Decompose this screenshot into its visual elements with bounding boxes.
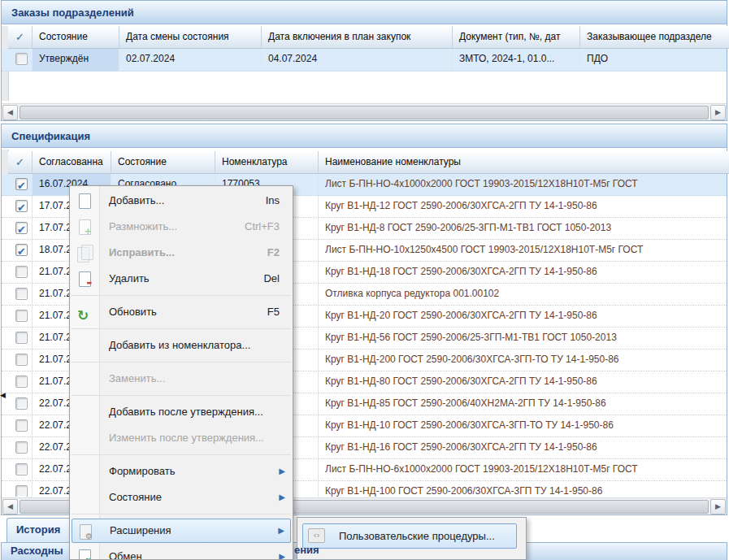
orders-table-row[interactable]: Утверждён02.07.202404.07.2024ЗМТО, 2024-…	[2, 49, 727, 72]
menu-separator	[70, 358, 293, 366]
row-checkbox[interactable]	[15, 266, 28, 278]
row-checkbox-cell	[8, 240, 33, 261]
submenu-arrow-icon: ▶	[278, 519, 284, 542]
row-checkbox[interactable]	[15, 178, 28, 190]
orders-panel-title: Заказы подразделений	[2, 1, 727, 24]
orders-column-header[interactable]: Документ (тип, №, дат	[453, 26, 580, 49]
spec-cell: Круг В1-НД-20 ГОСТ 2590-2006/30ХГСА-2ГП …	[319, 306, 727, 327]
orders-panel: Заказы подразделений ✓СостояниеДата смен…	[1, 0, 727, 121]
menu-item[interactable]: Добавить из номенклатора...	[70, 332, 293, 358]
spec-column-header[interactable]: Наименование номенклатуры	[319, 151, 729, 174]
row-checkbox-cell	[8, 437, 33, 458]
spec-column-header[interactable]: Согласованна	[33, 151, 111, 174]
spec-cell: Круг В1-НД-16 ГОСТ 2590-2006/30ХГСА-2ГП …	[319, 437, 727, 458]
orders-column-header[interactable]: Заказывающее подразделе	[580, 26, 729, 49]
spec-column-header[interactable]: Состояние	[111, 151, 215, 174]
row-checkbox[interactable]	[15, 485, 28, 497]
bottom-panel-title-right: ения	[294, 544, 319, 556]
menu-item-label: Размножить...	[109, 220, 177, 232]
row-checkbox-cell	[8, 306, 33, 327]
context-menu: Добавить...Ins+Размножить...Ctrl+F3Испра…	[69, 185, 293, 560]
menu-item: Изменить после утверждения...	[70, 425, 293, 451]
row-checkbox[interactable]	[15, 53, 28, 65]
row-checkbox[interactable]	[15, 463, 28, 475]
row-checkbox[interactable]	[15, 332, 28, 344]
orders-rows: Утверждён02.07.202404.07.2024ЗМТО, 2024-…	[2, 49, 727, 72]
splitter-collapse-icon[interactable]: ◀	[0, 391, 7, 399]
menu-item-label: Обмен	[109, 550, 142, 560]
orders-column-header[interactable]: ✓	[8, 26, 33, 49]
orders-column-header[interactable]: Дата включения в план закупок	[262, 26, 453, 49]
row-checkbox-cell	[8, 196, 33, 217]
menu-item[interactable]: Формировать▶	[70, 458, 293, 484]
spec-cell: Круг В1-НД-200 ГОСТ 2590-2006/30ХГСА-3ГП…	[319, 349, 727, 371]
menu-item-label: Исправить...	[109, 246, 175, 258]
row-checkbox[interactable]	[15, 288, 28, 300]
spec-column-header[interactable]: ✓	[8, 151, 33, 174]
menu-item[interactable]: ⇅Обмен▶	[70, 544, 293, 560]
app-window: Заказы подразделений ✓СостояниеДата смен…	[0, 0, 729, 560]
menu-item-label: Удалить	[109, 272, 150, 284]
menu-item-label: Обновить	[109, 306, 157, 318]
row-checkbox[interactable]	[15, 376, 28, 388]
menu-item-label: Добавить из номенклатора...	[109, 339, 250, 351]
checkmark-header-icon: ✓	[15, 156, 24, 168]
row-checkbox-cell	[8, 459, 33, 480]
row-checkbox[interactable]	[15, 222, 28, 234]
row-checkbox-cell	[8, 262, 33, 283]
row-checkbox[interactable]	[15, 419, 28, 432]
menu-item-label: Состояние	[109, 491, 162, 503]
submenu-arrow-icon: ▶	[279, 484, 285, 510]
exchange-icon: ⇅	[76, 549, 93, 560]
spec-cell: Круг В1-НД-10 ГОСТ 2590-2006/30ХГСА-3ГП-…	[319, 415, 727, 436]
menu-item: +Размножить...Ctrl+F3	[70, 214, 293, 240]
spec-column-header[interactable]: Номенклатура	[215, 151, 319, 174]
bottom-panel-title-left: Расходны	[11, 545, 63, 557]
row-checkbox[interactable]	[15, 441, 28, 454]
menu-item[interactable]: ⚙Расширения▶	[72, 519, 291, 543]
scroll-thumb[interactable]	[20, 106, 709, 119]
spec-cell: Круг В1-НД-12 ГОСТ 2590-2006/30ХГСА-2ГП …	[319, 196, 727, 217]
orders-column-header[interactable]: Дата смены состояния	[119, 26, 262, 49]
orders-cell: ПДО	[580, 49, 729, 71]
menu-item[interactable]: ▬УдалитьDel	[70, 266, 293, 292]
spec-cell: Лист Б-ПН-НО-10х1250х4500 ГОСТ 19903-201…	[319, 240, 727, 261]
row-checkbox-cell	[8, 371, 33, 393]
scroll-left-button[interactable]: ◀	[2, 105, 18, 120]
menu-separator	[70, 292, 293, 299]
row-checkbox-cell	[8, 174, 33, 195]
menu-item-shortcut: F5	[267, 299, 280, 325]
menu-item: Исправить...F2	[70, 240, 293, 266]
row-checkbox-cell	[8, 284, 33, 305]
menu-item-shortcut: Ins	[266, 188, 280, 214]
scroll-right-button[interactable]: ▶	[710, 105, 726, 120]
copy-doc-icon: +	[76, 219, 93, 235]
row-checkbox[interactable]	[15, 310, 28, 322]
orders-cell: 04.07.2024	[262, 49, 453, 71]
menu-item[interactable]: Добавить...Ins	[70, 188, 293, 214]
scroll-right-button[interactable]: ▶	[710, 499, 726, 514]
extensions-submenu: ‹› Пользовательские процедуры...	[297, 517, 527, 560]
row-checkbox-cell	[8, 49, 33, 71]
checkmark-header-icon: ✓	[15, 31, 24, 43]
spec-cell: Круг В1-НД-100 ГОСТ 2590-2006/30ХГСА-3ГП…	[319, 481, 727, 497]
user-procedures-icon: ‹›	[308, 528, 325, 543]
row-checkbox[interactable]	[15, 244, 28, 256]
orders-column-header[interactable]: Состояние	[33, 26, 119, 49]
menu-item[interactable]: Состояние▶	[70, 484, 293, 510]
row-checkbox[interactable]	[15, 200, 28, 212]
specification-panel-title: Спецификация	[2, 124, 727, 148]
menu-item-user-procedures[interactable]: ‹› Пользовательские процедуры...	[302, 523, 517, 549]
spec-cell: Круг В1-НД-85 ГОСТ 2590-2006/40ХН2МА-2ГП…	[319, 393, 727, 415]
refresh-icon: ↻	[76, 304, 93, 320]
row-checkbox-cell	[8, 415, 33, 436]
row-checkbox[interactable]	[15, 354, 28, 366]
scroll-left-button[interactable]: ◀	[2, 499, 18, 514]
tab-history[interactable]: История	[7, 518, 72, 542]
row-checkbox-cell	[8, 328, 33, 349]
menu-item[interactable]: Добавить после утверждения...	[70, 399, 293, 425]
menu-separator	[70, 451, 293, 458]
menu-item[interactable]: ↻ОбновитьF5	[70, 299, 293, 325]
menu-item-label: Заменить...	[109, 372, 165, 384]
row-checkbox[interactable]	[15, 397, 28, 410]
